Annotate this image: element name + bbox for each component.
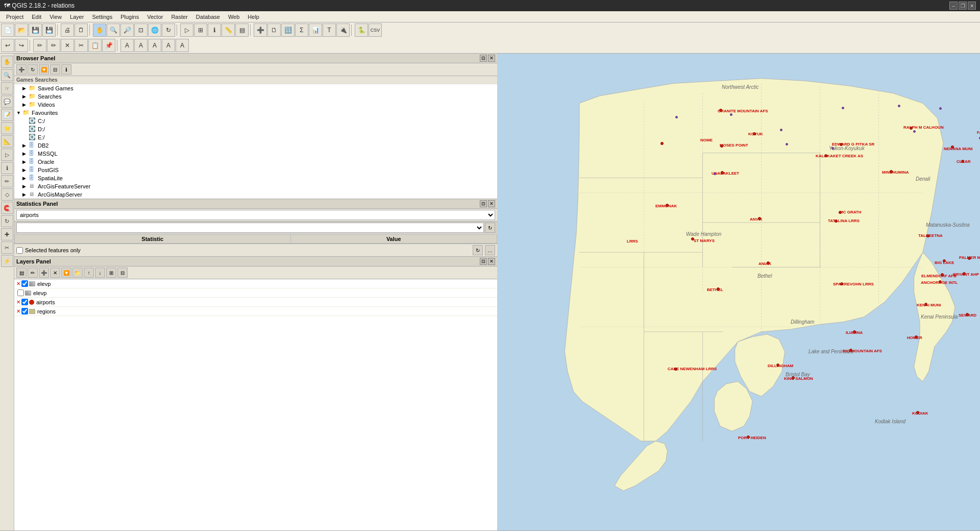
- new-project-button[interactable]: 📄: [1, 23, 14, 37]
- browser-tree-item-0[interactable]: ▶📁Saved Games: [14, 84, 497, 92]
- menu-item-plugins[interactable]: Plugins: [116, 13, 143, 21]
- vertex-tool[interactable]: ◇: [1, 188, 13, 201]
- browser-tree-item-12[interactable]: ▶🖥ArcGisFeatureServer: [14, 182, 497, 190]
- map-tips-tool[interactable]: 💬: [1, 95, 13, 108]
- minimize-button[interactable]: –: [949, 2, 958, 10]
- menu-item-raster[interactable]: Raster: [167, 13, 191, 21]
- browser-add-button[interactable]: ➕: [16, 64, 27, 75]
- layers-remove-button[interactable]: ✕: [50, 268, 60, 278]
- add-label-tool[interactable]: A: [120, 39, 134, 52]
- layer-checkbox[interactable]: [17, 289, 24, 296]
- statistics-field-select[interactable]: [16, 223, 484, 233]
- close-button[interactable]: ✕: [968, 2, 976, 10]
- layers-down-button[interactable]: ↓: [95, 268, 105, 278]
- pin-label-tool[interactable]: A: [162, 39, 175, 52]
- layer-checkbox[interactable]: [21, 308, 28, 315]
- show-hide-label-tool[interactable]: A: [176, 39, 189, 52]
- statistics-more-button[interactable]: …: [485, 245, 495, 255]
- layer-item-elevp[interactable]: ✕ elevp: [14, 279, 497, 288]
- identify-tool[interactable]: ℹ: [208, 23, 221, 37]
- browser-filter-button[interactable]: 🔽: [39, 64, 49, 75]
- layers-panel-close-button[interactable]: ✕: [488, 258, 495, 265]
- sum-button[interactable]: Σ: [295, 23, 308, 37]
- measure-left-tool[interactable]: 📐: [1, 135, 13, 148]
- menu-item-edit[interactable]: Edit: [28, 13, 45, 21]
- copy-button[interactable]: 📋: [88, 39, 102, 52]
- digitize-button[interactable]: ✏: [47, 39, 60, 52]
- browser-collapse-button[interactable]: ⊟: [50, 64, 60, 75]
- menu-item-web[interactable]: Web: [224, 13, 243, 21]
- browser-tree-item-10[interactable]: ▶🗄PostGIS: [14, 166, 497, 174]
- paste-button[interactable]: 📌: [102, 39, 115, 52]
- refresh-tool[interactable]: ↻: [162, 23, 175, 37]
- statistics-calc-button[interactable]: ↻: [485, 223, 495, 233]
- zoom-out-tool[interactable]: 🔎: [120, 23, 134, 37]
- layers-add-button[interactable]: ➕: [39, 268, 49, 278]
- add-vector-layer-button[interactable]: ➕: [254, 23, 267, 37]
- browser-tree-item-6[interactable]: 💽E:/: [14, 133, 497, 141]
- statistics-layer-dropdown[interactable]: airports: [16, 210, 495, 220]
- layer-item-elevp[interactable]: elevp: [14, 288, 497, 298]
- touch-tool[interactable]: ☞: [1, 82, 13, 94]
- cut-left-tool[interactable]: ✂: [1, 242, 13, 254]
- browser-tree-item-4[interactable]: 💽C:/: [14, 117, 497, 125]
- browser-panel-close-button[interactable]: ✕: [488, 55, 495, 62]
- pan-tool[interactable]: ✋: [93, 23, 106, 37]
- plugin-button[interactable]: 🔌: [336, 23, 350, 37]
- selected-features-checkbox[interactable]: [16, 247, 23, 254]
- layer-checkbox[interactable]: [21, 280, 28, 287]
- split-tool[interactable]: ⚡: [1, 255, 13, 267]
- save-as-button[interactable]: 💾: [42, 23, 56, 37]
- select-rect-tool[interactable]: ⊞: [194, 23, 207, 37]
- select-left-tool[interactable]: ▷: [1, 149, 13, 161]
- delete-button[interactable]: ✕: [61, 39, 74, 52]
- browser-tree-item-3[interactable]: ▼📁Favourites: [14, 109, 497, 117]
- print-preview-button[interactable]: 🗒: [75, 23, 88, 37]
- layers-panel-float-button[interactable]: ⊡: [480, 258, 487, 265]
- browser-panel-float-button[interactable]: ⊡: [480, 55, 487, 62]
- select-tool[interactable]: ▷: [180, 23, 193, 37]
- menu-item-view[interactable]: View: [45, 13, 66, 21]
- menu-item-database[interactable]: Database: [192, 13, 224, 21]
- zoom-extent-tool[interactable]: ⊡: [134, 23, 148, 37]
- redo-button[interactable]: ↪: [15, 39, 28, 52]
- format-label-tool[interactable]: A: [134, 39, 148, 52]
- edit-left-tool[interactable]: ✏: [1, 175, 13, 187]
- browser-tree-item-9[interactable]: ▶🗄Oracle: [14, 158, 497, 166]
- edit-mode-button[interactable]: ✏: [33, 39, 46, 52]
- digitize-left-tool[interactable]: ✚: [1, 228, 13, 240]
- layers-expand-button[interactable]: ⊞: [106, 268, 116, 278]
- browser-tree-item-11[interactable]: ▶🗄SpatiaLite: [14, 174, 497, 182]
- attribute-table-tool[interactable]: ▤: [235, 23, 249, 37]
- browser-tree-item-7[interactable]: ▶🗄DB2: [14, 141, 497, 150]
- layers-filter-button[interactable]: 🔽: [61, 268, 71, 278]
- identify-left-tool[interactable]: ℹ: [1, 162, 13, 174]
- stats-col-value[interactable]: Value: [290, 235, 497, 244]
- field-calc-button[interactable]: 🔢: [281, 23, 295, 37]
- open-project-button[interactable]: 📂: [15, 23, 28, 37]
- python-button[interactable]: 🐍: [355, 23, 368, 37]
- bookmark-tool[interactable]: ⭐: [1, 122, 13, 134]
- statistics-refresh-button[interactable]: ↻: [473, 245, 483, 255]
- layer-item-airports[interactable]: ✕ airports: [14, 298, 497, 307]
- csv-button[interactable]: CSV: [369, 23, 382, 37]
- map-area[interactable]: Northwest Arctic Yukon-Koyukuk Denali Ma…: [497, 54, 980, 530]
- restore-button[interactable]: ❐: [959, 2, 967, 10]
- browser-properties-button[interactable]: ℹ: [61, 64, 71, 75]
- print-button[interactable]: 🖨: [61, 23, 74, 37]
- layers-up-button[interactable]: ↑: [84, 268, 94, 278]
- menu-item-help[interactable]: Help: [243, 13, 263, 21]
- layer-item-regions[interactable]: ✕ regions: [14, 307, 497, 316]
- layers-collapse-button[interactable]: ⊟: [117, 268, 128, 278]
- zoom-in-tool[interactable]: 🔍: [107, 23, 120, 37]
- measure-tool[interactable]: 📏: [222, 23, 235, 37]
- layers-group-button[interactable]: 📁: [72, 268, 83, 278]
- zoom-left-tool[interactable]: 🔍: [1, 69, 13, 81]
- browser-tree-item-8[interactable]: ▶🗄MSSQL: [14, 150, 497, 158]
- statistics-panel-float-button[interactable]: ⊡: [480, 200, 487, 207]
- zoom-full-tool[interactable]: 🌐: [148, 23, 161, 37]
- menu-item-vector[interactable]: Vector: [143, 13, 167, 21]
- menu-item-layer[interactable]: Layer: [66, 13, 88, 21]
- save-project-button[interactable]: 💾: [29, 23, 42, 37]
- browser-tree-item-1[interactable]: ▶📁Searches: [14, 92, 497, 101]
